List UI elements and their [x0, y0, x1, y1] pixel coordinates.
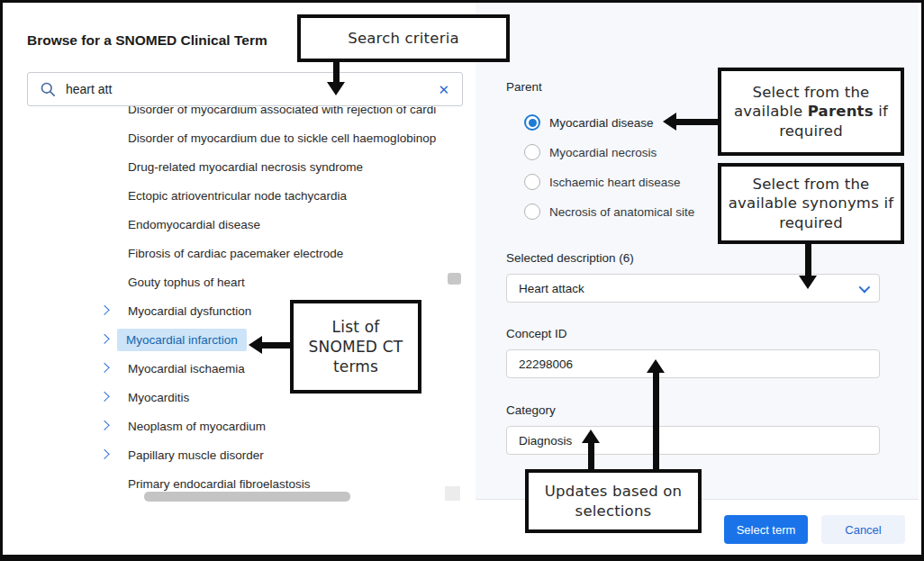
- scrollbar-corner: [445, 486, 460, 501]
- chevron-down-icon: [859, 281, 871, 293]
- search-input[interactable]: [66, 82, 438, 96]
- arrow-to-concept-id: [653, 372, 659, 469]
- radio-unselected-icon[interactable]: [524, 204, 540, 220]
- list-item[interactable]: Fibrosis of cardiac pacemaker electrode: [27, 239, 465, 267]
- callout-parents: Select from the available Parents if req…: [718, 68, 904, 156]
- snomed-browse-dialog: Browse for a SNOMED Clinical Term ✕ Diso…: [0, 0, 924, 561]
- horizontal-scrollbar-thumb[interactable]: [144, 492, 350, 502]
- list-item[interactable]: Papillary muscle disorder: [27, 440, 465, 469]
- arrowhead-up: [582, 430, 600, 443]
- radio-ischaemic-heart-disease[interactable]: Ischaemic heart disease: [524, 174, 681, 190]
- arrowhead-up: [647, 359, 665, 373]
- callout-synonyms: Select from the available synonyms if re…: [718, 163, 904, 244]
- list-item[interactable]: Neoplasm of myocardium: [27, 412, 465, 440]
- radio-unselected-icon[interactable]: [524, 144, 540, 160]
- arrowhead-down: [327, 82, 345, 95]
- category-label: Category: [506, 403, 556, 417]
- chevron-right-icon[interactable]: [99, 392, 109, 402]
- selected-description-value: Heart attack: [519, 282, 584, 295]
- list-item[interactable]: Drug-related myocardial necrosis syndrom…: [27, 152, 465, 181]
- parent-label: Parent: [506, 80, 542, 94]
- concept-id-field[interactable]: [506, 349, 880, 378]
- arrowhead-down: [799, 276, 817, 289]
- category-field[interactable]: [506, 426, 880, 455]
- radio-selected-icon[interactable]: [524, 114, 540, 131]
- callout-term-list: List of SNOMED CT terms: [290, 300, 421, 394]
- search-icon: [40, 81, 57, 98]
- list-item[interactable]: Disorder of myocardium associated with r…: [27, 106, 465, 123]
- callout-search-criteria: Search criteria: [297, 14, 510, 62]
- chevron-right-icon[interactable]: [99, 363, 109, 373]
- list-item[interactable]: Endomyocardial disease: [27, 210, 465, 239]
- search-box[interactable]: ✕: [27, 72, 463, 106]
- arrow-to-parent-radio: [675, 119, 718, 125]
- list-item[interactable]: Gouty tophus of heart: [27, 267, 465, 296]
- selected-description-label: Selected description (6): [506, 251, 634, 265]
- selected-description-dropdown[interactable]: Heart attack: [506, 274, 880, 303]
- list-item[interactable]: Disorder of myocardium due to sickle cel…: [27, 123, 465, 152]
- dialog-title: Browse for a SNOMED Clinical Term: [27, 32, 267, 49]
- radio-myocardial-necrosis[interactable]: Myocardial necrosis: [524, 144, 657, 160]
- list-item[interactable]: Ectopic atrioventricular node tachycardi…: [27, 181, 465, 210]
- concept-id-label: Concept ID: [506, 327, 567, 340]
- cancel-button[interactable]: Cancel: [821, 515, 905, 544]
- select-term-button[interactable]: Select term: [724, 515, 808, 544]
- arrowhead-left: [249, 336, 262, 354]
- arrow-to-term: [261, 342, 290, 348]
- arrowhead-left: [663, 113, 676, 131]
- callout-updates: Updates based on selections: [525, 469, 702, 533]
- chevron-right-icon[interactable]: [99, 305, 109, 315]
- chevron-right-icon[interactable]: [99, 334, 109, 344]
- radio-necrosis-of-anatomical-site[interactable]: Necrosis of anatomical site: [524, 204, 694, 220]
- clear-search-icon[interactable]: ✕: [438, 83, 449, 96]
- chevron-right-icon[interactable]: [99, 421, 109, 430]
- arrow-to-category: [588, 442, 594, 469]
- chevron-right-icon[interactable]: [99, 449, 109, 459]
- radio-myocardial-disease[interactable]: Myocardial disease: [524, 114, 654, 131]
- vertical-scrollbar-thumb[interactable]: [448, 273, 461, 285]
- arrow-to-search: [333, 62, 340, 83]
- arrow-to-dropdown: [805, 244, 811, 276]
- radio-unselected-icon[interactable]: [524, 174, 540, 190]
